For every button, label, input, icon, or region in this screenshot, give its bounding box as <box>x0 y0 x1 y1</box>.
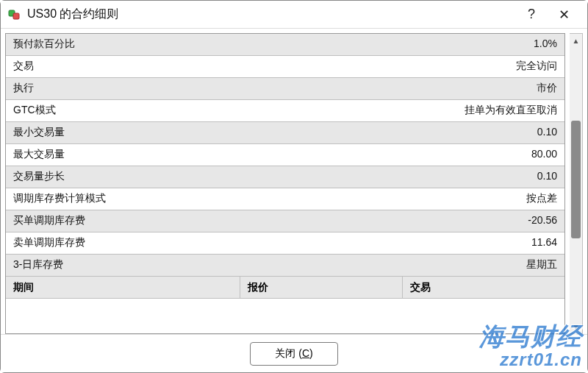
scroll-up-arrow-icon[interactable]: ▲ <box>570 34 582 47</box>
sessions-header-row: 期间 报价 交易 <box>6 277 564 299</box>
close-button-suffix: ) <box>309 347 313 359</box>
column-header-quote[interactable]: 报价 <box>240 277 402 298</box>
help-icon: ? <box>528 7 535 22</box>
vertical-scrollbar[interactable]: ▲ ▼ <box>570 33 583 334</box>
property-value: 星期五 <box>296 255 564 276</box>
property-row: 调期库存费计算模式 按点差 <box>6 188 564 210</box>
svg-rect-1 <box>13 13 19 19</box>
scrollbar-track[interactable] <box>570 47 582 320</box>
property-row: GTC模式 挂单为有效直至取消 <box>6 100 564 122</box>
property-label: 最小交易量 <box>6 122 296 143</box>
property-value: 完全访问 <box>296 56 564 77</box>
property-row: 执行 市价 <box>6 78 564 100</box>
window-close-button[interactable]: ✕ <box>548 1 580 28</box>
scroll-down-arrow-icon[interactable]: ▼ <box>570 320 582 333</box>
close-icon: ✕ <box>559 7 570 23</box>
property-label: 交易量步长 <box>6 166 296 188</box>
window-title: US30 的合约细则 <box>27 7 118 22</box>
app-icon <box>8 8 21 21</box>
property-value: 挂单为有效直至取消 <box>296 100 564 121</box>
property-label: GTC模式 <box>6 100 296 121</box>
properties-grid: 预付款百分比 1.0% 交易 完全访问 执行 市价 GTC模式 挂单为有效直至取… <box>5 33 565 334</box>
property-label: 预付款百分比 <box>6 34 296 55</box>
property-row: 最小交易量 0.10 <box>6 122 564 144</box>
property-value: 按点差 <box>296 188 564 210</box>
close-button[interactable]: 关闭 (C) <box>250 342 338 366</box>
close-button-hotkey: C <box>302 347 309 359</box>
property-row: 交易 完全访问 <box>6 56 564 78</box>
close-button-prefix: 关闭 ( <box>275 347 302 359</box>
property-row: 交易量步长 0.10 <box>6 166 564 188</box>
property-row: 3-日库存费 星期五 <box>6 255 564 277</box>
property-row: 卖单调期库存费 11.64 <box>6 232 564 255</box>
column-header-period[interactable]: 期间 <box>6 277 240 298</box>
property-value: -20.56 <box>296 210 564 232</box>
content-area: 预付款百分比 1.0% 交易 完全访问 执行 市价 GTC模式 挂单为有效直至取… <box>1 29 587 334</box>
titlebar: US30 的合约细则 ? ✕ <box>1 1 587 29</box>
property-row: 买单调期库存费 -20.56 <box>6 210 564 232</box>
column-header-trade[interactable]: 交易 <box>403 277 564 298</box>
property-label: 3-日库存费 <box>6 255 296 276</box>
property-label: 买单调期库存费 <box>6 210 296 232</box>
property-value: 1.0% <box>296 34 564 55</box>
property-label: 最大交易量 <box>6 144 296 166</box>
property-value: 0.10 <box>296 166 564 188</box>
property-row: 最大交易量 80.00 <box>6 144 564 166</box>
dialog-footer: 关闭 (C) <box>1 334 587 372</box>
property-label: 卖单调期库存费 <box>6 232 296 254</box>
property-value: 11.64 <box>296 232 564 254</box>
help-button[interactable]: ? <box>515 1 548 28</box>
property-label: 执行 <box>6 78 296 99</box>
scrollbar-thumb[interactable] <box>571 121 581 238</box>
property-value: 80.00 <box>296 144 564 166</box>
property-label: 交易 <box>6 56 296 77</box>
property-row: 预付款百分比 1.0% <box>6 34 564 56</box>
property-label: 调期库存费计算模式 <box>6 188 296 210</box>
dialog-window: US30 的合约细则 ? ✕ 预付款百分比 1.0% 交易 完全访问 执行 市价 <box>0 0 588 373</box>
grid-body: 预付款百分比 1.0% 交易 完全访问 执行 市价 GTC模式 挂单为有效直至取… <box>6 34 564 299</box>
property-value: 0.10 <box>296 122 564 143</box>
property-value: 市价 <box>296 78 564 99</box>
